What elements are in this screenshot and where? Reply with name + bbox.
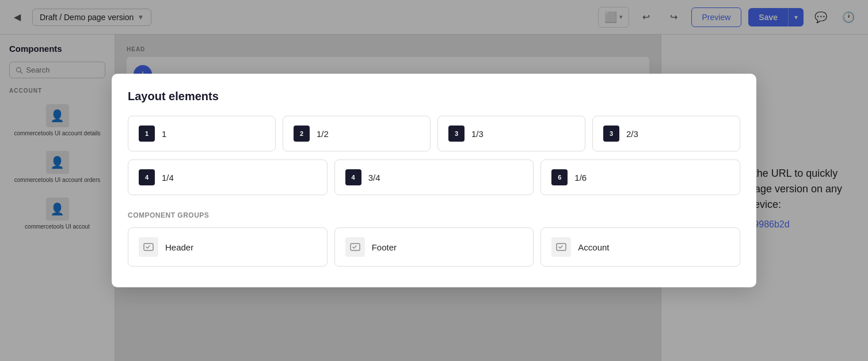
component-group-header[interactable]: Header [128, 227, 328, 267]
layout-card-third[interactable]: 3 1/3 [437, 116, 585, 151]
layout-badge-three-quarters: 4 [345, 169, 361, 185]
account-group-icon [551, 237, 571, 257]
layout-badge-half: 2 [294, 126, 310, 142]
layout-badge-two-thirds: 3 [603, 126, 619, 142]
footer-group-label: Footer [372, 242, 397, 252]
layout-modal: Layout elements 1 1 2 1/2 3 1/3 3 2/3 [112, 74, 756, 287]
layout-grid-row1: 1 1 2 1/2 3 1/3 3 2/3 [128, 116, 740, 151]
layout-grid-row2: 4 1/4 4 3/4 6 1/6 [128, 159, 740, 195]
modal-overlay[interactable]: Layout elements 1 1 2 1/2 3 1/3 3 2/3 [0, 0, 868, 361]
account-group-label: Account [578, 242, 609, 252]
layout-label-1: 1 [162, 129, 166, 139]
component-groups-label: Component groups [128, 211, 740, 219]
component-group-account[interactable]: Account [540, 227, 740, 267]
layout-label-quarter: 1/4 [162, 173, 174, 183]
layout-badge-1: 1 [139, 126, 155, 142]
header-group-label: Header [165, 242, 193, 252]
layout-label-third: 1/3 [471, 129, 484, 139]
layout-card-half[interactable]: 2 1/2 [283, 116, 431, 151]
layout-card-three-quarters[interactable]: 4 3/4 [334, 159, 534, 195]
layout-label-half: 1/2 [317, 129, 329, 139]
component-group-footer[interactable]: Footer [334, 227, 534, 267]
layout-card-two-thirds[interactable]: 3 2/3 [592, 116, 740, 151]
modal-title: Layout elements [128, 90, 740, 103]
header-group-icon [139, 237, 158, 257]
layout-card-1[interactable]: 1 1 [128, 116, 276, 151]
footer-group-icon [345, 237, 365, 257]
layout-badge-quarter: 4 [139, 169, 155, 185]
layout-card-sixth[interactable]: 6 1/6 [540, 159, 740, 195]
layout-badge-sixth: 6 [551, 169, 568, 185]
layout-card-quarter[interactable]: 4 1/4 [128, 159, 328, 195]
component-groups-grid: Header Footer Account [128, 227, 740, 267]
layout-label-three-quarters: 3/4 [368, 173, 380, 183]
layout-badge-third: 3 [448, 126, 465, 142]
layout-label-two-thirds: 2/3 [626, 129, 638, 139]
layout-label-sixth: 1/6 [574, 173, 587, 183]
